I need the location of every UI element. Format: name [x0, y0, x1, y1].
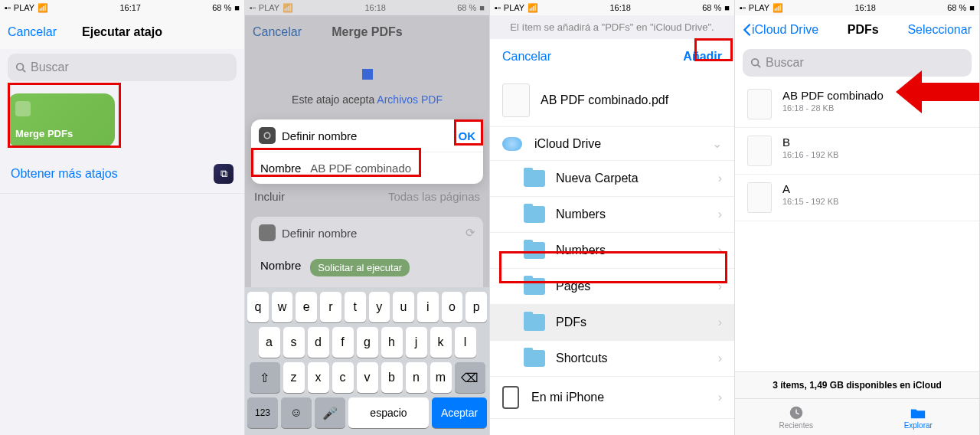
key-n[interactable]: n [406, 362, 427, 393]
svg-point-3 [752, 59, 759, 66]
key-d[interactable]: d [308, 327, 329, 358]
arrow-annotation [896, 75, 980, 109]
key-o[interactable]: o [442, 292, 463, 322]
sheet-title: Definir nombre [282, 129, 357, 142]
key-f[interactable]: f [332, 327, 354, 358]
name-row[interactable]: Nombre AB PDF combinado [251, 152, 483, 184]
shortcuts-app-icon: ⧉ [214, 164, 234, 184]
shift-key[interactable]: ⇧ [250, 362, 280, 393]
storage-summary: 3 ítems, 1,49 GB disponibles en iCloud [735, 371, 979, 398]
keyboard[interactable]: qwertyuiop asdfghjkl ⇧zxcvbnm⌫ 123 ☺ 🎤 e… [245, 287, 489, 435]
key-b[interactable]: b [381, 362, 403, 393]
key-j[interactable]: j [406, 327, 427, 358]
clock-icon [788, 404, 805, 421]
file-thumbnail [747, 182, 772, 213]
key-i[interactable]: i [417, 292, 439, 322]
location-icloud-drive[interactable]: iCloud Drive ⌄ [490, 127, 734, 161]
folder-icon [524, 278, 545, 295]
space-key[interactable]: espacio [348, 397, 429, 428]
get-more-shortcuts-link[interactable]: Obtener más atajos ⧉ [0, 155, 244, 194]
cancel-button[interactable]: Cancelar [253, 25, 302, 39]
status-bar: ▪▫PLAY📶 16:18 68 %■ [245, 0, 489, 15]
gear-icon [259, 224, 276, 241]
folder-icon [910, 404, 926, 421]
gear-icon [259, 127, 276, 144]
select-button[interactable]: Seleccionar [907, 23, 972, 37]
key-m[interactable]: m [430, 362, 452, 393]
search-input[interactable]: Buscar [8, 54, 237, 81]
folder-icon [524, 350, 545, 367]
key-w[interactable]: w [272, 292, 293, 322]
ask-on-run-pill[interactable]: Solicitar al ejecutar [310, 259, 410, 276]
folder-numbers[interactable]: Numbers› [490, 197, 734, 233]
backspace-key[interactable]: ⌫ [455, 362, 485, 393]
dictation-key[interactable]: 🎤 [315, 397, 345, 428]
key-x[interactable]: x [308, 362, 329, 393]
key-c[interactable]: c [332, 362, 354, 393]
folder-pdfs[interactable]: PDFs› [490, 305, 734, 341]
file-thumbnail [747, 89, 772, 119]
key-e[interactable]: e [296, 292, 317, 322]
location-on-iphone[interactable]: En mi iPhone › [490, 377, 734, 419]
icloud-icon [502, 137, 522, 151]
file-row[interactable]: A16:15 - 192 KB [735, 175, 979, 221]
tab-browse[interactable]: Explorar [858, 399, 980, 435]
cancel-button[interactable]: Cancelar [502, 50, 551, 64]
file-row[interactable]: B16:16 - 192 KB [735, 128, 979, 175]
numbers-key[interactable]: 123 [247, 397, 278, 428]
key-k[interactable]: k [430, 327, 452, 358]
key-g[interactable]: g [357, 327, 378, 358]
file-thumbnail [747, 136, 772, 166]
key-z[interactable]: z [283, 362, 305, 393]
folder-shortcuts[interactable]: Shortcuts› [490, 341, 734, 377]
key-h[interactable]: h [381, 327, 403, 358]
back-button[interactable]: iCloud Drive [743, 23, 818, 37]
svg-line-1 [23, 70, 26, 73]
chevron-right-icon: › [718, 316, 722, 329]
key-y[interactable]: y [369, 292, 390, 322]
page-title: Ejecutar atajo [82, 25, 162, 39]
clock: 16:17 [119, 3, 141, 12]
iphone-icon [502, 386, 519, 409]
key-t[interactable]: t [345, 292, 366, 322]
folder-icon [524, 242, 545, 259]
key-r[interactable]: r [320, 292, 341, 322]
folder-icon [524, 206, 545, 223]
folder-numbers[interactable]: Numbers› [490, 233, 734, 269]
tab-recents[interactable]: Recientes [735, 399, 858, 435]
key-s[interactable]: s [283, 327, 305, 358]
shortcut-tile-merge-pdfs[interactable]: Merge PDFs [8, 93, 115, 147]
search-icon [15, 62, 26, 73]
key-l[interactable]: l [455, 327, 476, 358]
key-p[interactable]: p [466, 292, 487, 322]
phone-pdfs-folder: ▪▫PLAY📶 16:18 68 %■ iCloud Drive PDFs Se… [735, 0, 980, 435]
key-a[interactable]: a [259, 327, 280, 358]
phone-save-location: ▪▫PLAY📶 16:18 68 %■ El ítem se añadirá a… [490, 0, 735, 435]
banner-accept-files: Este atajo acepta Archivos PDF [245, 49, 489, 118]
emoji-key[interactable]: ☺ [281, 397, 312, 428]
status-bar: ▪▫PLAY📶 16:18 68 %■ [735, 0, 979, 15]
status-bar: ▪▫PLAY📶 16:18 68 %■ [490, 0, 734, 15]
folder-icon [524, 170, 545, 187]
folder-pages[interactable]: Pages› [490, 269, 734, 305]
svg-line-4 [758, 65, 761, 68]
status-bar: ▪▫PLAY📶 16:17 68 %■ [0, 0, 244, 15]
phone-define-name: ▪▫PLAY📶 16:18 68 %■ Cancelar Merge PDFs … [245, 0, 490, 435]
search-input[interactable]: Buscar [743, 49, 972, 77]
chevron-left-icon [743, 23, 752, 37]
folder-icon [524, 314, 545, 331]
navbar: Cancelar Ejecutar atajo [0, 15, 244, 49]
chevron-right-icon: › [718, 391, 722, 404]
key-v[interactable]: v [357, 362, 378, 393]
folder-title: PDFs [848, 23, 879, 37]
key-q[interactable]: q [247, 292, 269, 322]
define-name-sheet: Definir nombre OK Nombre AB PDF combinad… [251, 119, 483, 184]
cancel-button[interactable]: Cancelar [8, 25, 57, 39]
chevron-right-icon: › [718, 208, 722, 221]
document-icon [15, 101, 31, 116]
folder-nueva-carpeta[interactable]: Nueva Carpeta› [490, 161, 734, 197]
ok-button[interactable]: OK [459, 129, 476, 142]
add-button[interactable]: Añadir [683, 50, 722, 64]
key-u[interactable]: u [393, 292, 414, 322]
accept-key[interactable]: Aceptar [432, 397, 487, 428]
